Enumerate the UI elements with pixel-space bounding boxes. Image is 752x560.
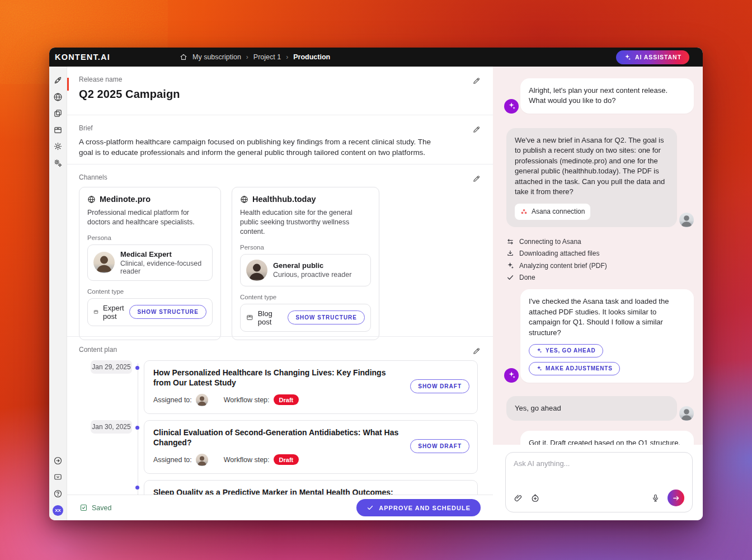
paperclip-icon[interactable] [514, 493, 523, 503]
sparkle-icon [536, 347, 542, 354]
user-message-bubble: We've a new brief in Asana for Q2. The g… [506, 128, 677, 227]
rocket-icon[interactable] [53, 76, 63, 85]
edit-release-name-icon[interactable] [472, 77, 481, 85]
user-avatar[interactable]: XX [53, 505, 63, 516]
content-plan-item: Jan 30, 2025 Clinical Evaluation of Seco… [79, 420, 478, 474]
ai-message-bubble: Got it. Draft created based on the Q1 st… [520, 431, 694, 445]
timeline-dot [135, 366, 139, 370]
ai-assistant-button-label: AI ASSISTANT [635, 54, 682, 60]
make-adjustments-button[interactable]: MAKE ADJUSTMENTS [529, 362, 620, 375]
plan-date: Jan 30, 2025 [91, 420, 132, 434]
help-icon[interactable] [53, 489, 63, 498]
chat-message-list[interactable]: Alright, let's plan your next content re… [493, 67, 703, 445]
saved-label: Saved [92, 504, 111, 512]
progress-step: Done [506, 274, 694, 281]
asana-connection-chip[interactable]: Asana connection [515, 204, 590, 220]
plan-title: How Personalized Healthcare Is Changing … [153, 368, 400, 388]
persona-name: Medical Expert [120, 250, 206, 258]
persona-card[interactable]: General public Curious, proactive reader [240, 254, 371, 286]
progress-step: Analyzing content brief (PDF) [506, 262, 694, 270]
assignee-avatar [196, 454, 208, 466]
ai-message-bubble: I've checked the Asana task and loaded t… [520, 289, 694, 383]
persona-label: Persona [87, 234, 213, 241]
release-accent-bar [67, 78, 69, 91]
chat-input-box[interactable] [505, 452, 693, 512]
persona-label: Persona [240, 244, 371, 251]
chat-input[interactable] [514, 459, 684, 490]
persona-avatar [246, 260, 267, 281]
brief-section: Brief A cross-platform healthcare campai… [67, 115, 493, 164]
mic-icon[interactable] [651, 493, 660, 503]
progress-step: Connecting to Asana [506, 238, 694, 246]
show-structure-button[interactable]: SHOW STRUCTURE [288, 310, 365, 324]
timeline-dot [135, 486, 139, 490]
plan-card[interactable]: Sleep Quality as a Predictive Marker in … [144, 480, 478, 495]
chevron-right-icon: › [246, 53, 248, 61]
edit-content-plan-icon[interactable] [472, 347, 481, 355]
box-icon [246, 313, 253, 322]
plan-card[interactable]: How Personalized Healthcare Is Changing … [144, 360, 478, 414]
progress-step-label: Done [519, 274, 535, 281]
breadcrumb-item-project[interactable]: Project 1 [253, 53, 281, 61]
ai-sparkle-avatar [504, 99, 519, 114]
content-type-name: Expert post [103, 304, 125, 321]
action-bar: Saved APPROVE AND SCHEDULE [67, 495, 493, 520]
channel-card-medinote: Medinote.pro Professional medical platfo… [79, 187, 221, 340]
edit-brief-icon[interactable] [472, 125, 481, 134]
chevron-right-icon: › [286, 53, 288, 61]
ai-message: I've checked the Asana task and loaded t… [504, 289, 694, 383]
approve-and-schedule-button[interactable]: APPROVE AND SCHEDULE [356, 499, 481, 516]
archive-icon[interactable] [53, 125, 63, 135]
content-type-card: Blog post SHOW STRUCTURE [240, 304, 371, 332]
release-editor: Release name Q2 2025 Campaign Brief A cr… [67, 67, 493, 495]
plan-card[interactable]: Clinical Evaluation of Second-Generation… [144, 420, 478, 474]
content-plan-label: Content plan [79, 346, 478, 354]
plan-title: Sleep Quality as a Predictive Marker in … [153, 488, 400, 495]
feedback-icon[interactable] [53, 472, 63, 482]
ai-message-text: Got it. Draft created based on the Q1 st… [529, 439, 680, 445]
show-draft-button[interactable]: SHOW DRAFT [410, 379, 469, 393]
persona-card[interactable]: Medical Expert Clinical, evidence-focuse… [87, 244, 213, 281]
transfer-icon [506, 238, 514, 246]
plan-title: Clinical Evaluation of Second-Generation… [153, 428, 400, 448]
check-icon [366, 504, 374, 511]
user-message: We've a new brief in Asana for Q2. The g… [506, 128, 694, 227]
brief-text: A cross-platform healthcare campaign foc… [79, 137, 445, 158]
sparkle-icon [536, 365, 542, 371]
assigned-to-label: Assigned to: [153, 396, 192, 404]
edit-channels-icon[interactable] [472, 175, 481, 183]
channel-description: Health education site for the general pu… [240, 208, 371, 237]
send-button[interactable] [668, 490, 684, 506]
arrow-right-circle-icon[interactable] [53, 456, 63, 465]
show-draft-button[interactable]: SHOW DRAFT [410, 439, 469, 453]
channels-label: Channels [79, 173, 478, 181]
send-arrow-icon [672, 494, 680, 502]
ai-sparkle-avatar [504, 368, 519, 383]
channel-name: Medinote.pro [100, 195, 151, 204]
show-structure-button[interactable]: SHOW STRUCTURE [129, 305, 206, 319]
breadcrumb-item-environment[interactable]: Production [293, 53, 330, 61]
gear-icon[interactable] [53, 142, 63, 151]
checkbox-checked-icon [79, 503, 88, 512]
persona-avatar [93, 252, 115, 273]
content-type-label: Content type [87, 288, 213, 295]
content-type-label: Content type [240, 294, 371, 300]
chat-input-area [493, 445, 703, 520]
yes-go-ahead-button[interactable]: YES, GO AHEAD [529, 344, 603, 357]
progress-step-label: Connecting to Asana [519, 238, 581, 246]
globe-icon[interactable] [53, 92, 63, 102]
download-icon [506, 250, 514, 257]
user-message-text: We've a new brief in Asana for Q2. The g… [515, 136, 665, 196]
user-message-bubble: Yes, go ahead [506, 396, 677, 421]
add-circle-icon[interactable] [530, 493, 540, 503]
breadcrumb: My subscription › Project 1 › Production [180, 53, 330, 61]
release-name-label: Release name [79, 76, 478, 83]
brief-label: Brief [79, 124, 478, 132]
breadcrumb-item-subscription[interactable]: My subscription [192, 53, 241, 61]
home-icon[interactable] [180, 53, 187, 61]
kontent-ai-logo: KONTENT.AI [55, 53, 110, 62]
pages-icon[interactable] [53, 109, 63, 118]
content-type-name: Blog post [258, 309, 284, 326]
ai-assistant-button[interactable]: AI ASSISTANT [616, 50, 689, 64]
gears-icon[interactable] [53, 158, 63, 168]
